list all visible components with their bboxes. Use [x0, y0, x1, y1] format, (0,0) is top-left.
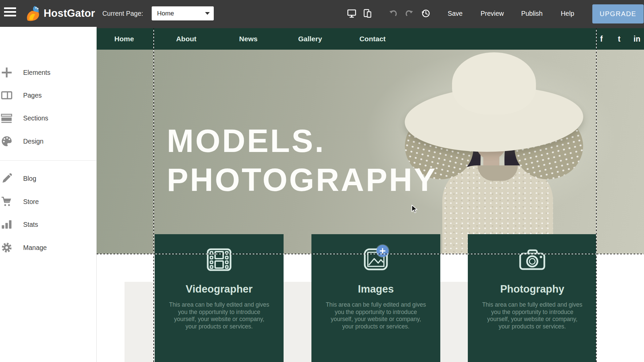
- history-icon: [421, 9, 431, 18]
- site-nav-bar: Home About News Gallery Contact f t in: [97, 28, 644, 50]
- linkedin-icon[interactable]: in: [634, 28, 640, 50]
- menu-button[interactable]: [4, 7, 17, 19]
- gator-mascot-icon: [25, 5, 42, 22]
- redo-button[interactable]: [404, 9, 414, 18]
- builder-sidebar: Elements Pages Sections Design: [0, 27, 97, 362]
- card-title[interactable]: Videographer: [155, 283, 284, 295]
- hero-title-line2[interactable]: PHOTOGRAPHY: [167, 164, 437, 196]
- sidebar-item-blog[interactable]: Blog: [0, 167, 97, 190]
- sun-hat-crown: [452, 52, 536, 114]
- page-dropdown-value: Home: [157, 10, 205, 17]
- facebook-icon[interactable]: f: [600, 28, 603, 50]
- desktop-view-button[interactable]: [347, 9, 356, 18]
- film-icon: [207, 248, 232, 271]
- card-title[interactable]: Photography: [468, 283, 597, 295]
- sidebar-divider: [0, 160, 96, 161]
- palette-icon: [1, 136, 12, 147]
- desktop-icon: [347, 9, 356, 18]
- site-canvas[interactable]: Home About News Gallery Contact f t in: [97, 27, 644, 362]
- sidebar-item-manage[interactable]: Manage: [0, 236, 97, 259]
- mouse-cursor: [411, 205, 420, 214]
- site-nav-about[interactable]: About: [176, 28, 197, 50]
- sidebar-label: Elements: [23, 69, 50, 76]
- image-icon: [364, 248, 388, 270]
- history-button[interactable]: [421, 9, 431, 18]
- canvas-top-gap: [97, 27, 644, 28]
- sidebar-label: Design: [23, 138, 44, 145]
- add-image-button[interactable]: [377, 245, 389, 257]
- sidebar-item-pages[interactable]: Pages: [0, 84, 97, 107]
- hostgator-logo: HostGator: [25, 5, 95, 22]
- sidebar-label: Pages: [23, 92, 42, 99]
- hamburger-icon: [4, 7, 16, 9]
- site-nav-home[interactable]: Home: [114, 28, 134, 50]
- undo-icon: [389, 9, 398, 18]
- sidebar-label: Store: [23, 198, 39, 206]
- redo-icon: [404, 9, 414, 18]
- plus-icon: [1, 67, 12, 78]
- gear-icon: [1, 242, 12, 253]
- undo-button[interactable]: [389, 9, 398, 18]
- plus-icon: [380, 248, 386, 254]
- camera-icon: [519, 248, 545, 270]
- sidebar-label: Sections: [23, 114, 48, 122]
- hero-title-line1[interactable]: MODELS.: [167, 125, 325, 157]
- sidebar-item-elements[interactable]: Elements: [0, 61, 97, 84]
- selection-border-left: [153, 28, 154, 362]
- site-nav-news[interactable]: News: [239, 28, 258, 50]
- sidebar-label: Stats: [23, 221, 38, 228]
- bar-chart-icon: [1, 219, 12, 230]
- sidebar-item-stats[interactable]: Stats: [0, 213, 97, 236]
- twitter-icon[interactable]: t: [618, 28, 621, 50]
- current-page-label: Current Page:: [102, 0, 143, 27]
- card-body-text[interactable]: This area can be fully edited and gives …: [311, 301, 440, 330]
- selection-border-right: [596, 28, 597, 362]
- site-nav-gallery[interactable]: Gallery: [298, 28, 322, 50]
- hostgator-builder: HostGator Current Page: Home: [0, 0, 644, 362]
- hero-section[interactable]: MODELS. PHOTOGRAPHY: [97, 50, 644, 254]
- mobile-devices-icon: [363, 9, 372, 18]
- card-body-text[interactable]: This area can be fully edited and gives …: [468, 301, 597, 330]
- sidebar-label: Manage: [23, 244, 47, 252]
- sections-icon: [1, 112, 12, 124]
- chevron-down-icon: [205, 12, 210, 15]
- sidebar-item-design[interactable]: Design: [0, 130, 97, 153]
- publish-button[interactable]: Publish: [521, 0, 543, 27]
- card-title[interactable]: Images: [311, 283, 440, 295]
- save-button[interactable]: Save: [448, 0, 462, 27]
- sidebar-item-sections[interactable]: Sections: [0, 107, 97, 130]
- pencil-icon: [1, 173, 12, 184]
- preview-button[interactable]: Preview: [481, 0, 504, 27]
- selection-border-bottom: [97, 254, 644, 254]
- cart-icon: [1, 196, 12, 207]
- site-nav-contact[interactable]: Contact: [359, 28, 386, 50]
- sidebar-item-store[interactable]: Store: [0, 190, 97, 213]
- sidebar-label: Blog: [23, 175, 36, 183]
- logo-text: HostGator: [44, 7, 95, 19]
- top-toolbar: HostGator Current Page: Home: [0, 0, 644, 27]
- pages-icon: [1, 90, 12, 101]
- help-button[interactable]: Help: [561, 0, 574, 27]
- card-body-text[interactable]: This area can be fully edited and gives …: [155, 301, 284, 330]
- page-dropdown[interactable]: Home: [152, 6, 214, 20]
- upgrade-button[interactable]: UPGRADE: [592, 4, 644, 23]
- mobile-view-button[interactable]: [363, 9, 372, 18]
